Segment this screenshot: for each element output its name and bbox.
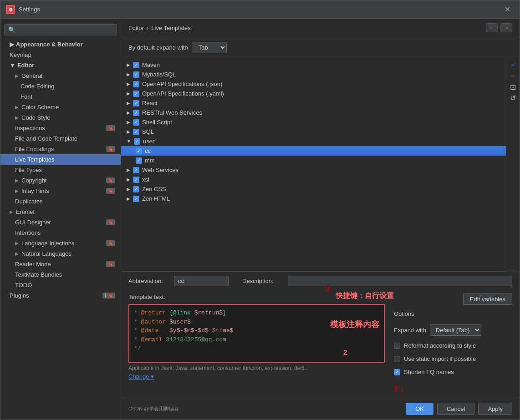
sql-checkbox[interactable]	[133, 129, 139, 135]
settings-window: ⚙ Settings ✕ 🔍 ▶ Appearance & Behavior K…	[0, 0, 520, 420]
sidebar-item-file-types[interactable]: File Types	[0, 165, 121, 175]
applicable-text: Applicable in Java; Java: statement, con…	[128, 365, 385, 371]
forward-button[interactable]: →	[500, 23, 512, 32]
toolbar-row: By default expand with Tab Space Enter	[121, 37, 520, 58]
expand-with-select[interactable]: Default (Tab) Tab Space Enter	[430, 324, 481, 336]
static-import-checkbox[interactable]	[394, 356, 400, 362]
sidebar-item-inspections[interactable]: Inspections 🔖	[0, 123, 121, 133]
cc-checkbox[interactable]	[136, 148, 142, 154]
expand-select[interactable]: Tab Space Enter	[193, 42, 227, 53]
sidebar-item-appearance[interactable]: ▶ Appearance & Behavior	[0, 39, 121, 50]
annotation-arrow-1: 快捷键：自行设置	[336, 291, 394, 301]
sidebar-item-editor[interactable]: ▼ Editor	[0, 60, 121, 71]
reformat-checkbox[interactable]	[394, 343, 400, 349]
search-input[interactable]	[18, 26, 113, 33]
group-web-services[interactable]: ▶ Web Services	[121, 165, 506, 175]
annotation-num-2: 2	[343, 348, 347, 359]
change-link[interactable]: Change ▾	[128, 373, 154, 380]
template-item-cc[interactable]: cc	[121, 146, 506, 156]
arrow-icon: ▶	[15, 251, 19, 256]
file-encodings-badge: 🔖	[106, 146, 115, 152]
sidebar-item-textmate[interactable]: TextMate Bundles	[0, 269, 121, 280]
group-user[interactable]: ▼ user	[121, 137, 506, 146]
sidebar-item-emmet[interactable]: ▶ Emmet	[0, 207, 121, 217]
annotation-tip: 快捷键：自行设置	[336, 291, 394, 301]
template-list-inner: ▶ Maven ▶ Mybatis/SQL ▶	[121, 58, 506, 205]
sidebar-item-natural-languages[interactable]: ▶ Natural Languages	[0, 248, 121, 259]
restful-checkbox[interactable]	[133, 110, 139, 116]
template-item-mm[interactable]: mm	[121, 156, 506, 165]
back-button[interactable]: ←	[486, 23, 498, 32]
annotation-content: 模板注释内容	[330, 319, 379, 331]
watermark: CSDN @学会用脚编程	[128, 405, 402, 412]
user-checkbox[interactable]	[134, 138, 140, 145]
reader-badge: 🔖	[106, 261, 115, 267]
group-sql[interactable]: ▶ SQL	[121, 127, 506, 137]
reset-button[interactable]: ↺	[508, 93, 518, 103]
arrow-icon: ▶	[15, 241, 19, 246]
zen-css-checkbox[interactable]	[133, 186, 139, 192]
sidebar-item-duplicates[interactable]: Duplicates	[0, 196, 121, 207]
annotation-num-3: 3	[394, 385, 398, 393]
static-import-row: Use static import if possible	[394, 355, 512, 362]
breadcrumb-current: Live Templates	[151, 25, 190, 31]
sidebar-item-live-templates[interactable]: Live Templates	[0, 154, 121, 165]
sidebar-item-reader-mode[interactable]: Reader Mode 🔖	[0, 259, 121, 269]
search-box[interactable]: 🔍	[4, 24, 117, 35]
sidebar-item-code-style[interactable]: ▶ Code Style	[0, 112, 121, 123]
openapi-json-checkbox[interactable]	[133, 81, 139, 87]
shell-checkbox[interactable]	[133, 119, 139, 126]
xsl-checkbox[interactable]	[133, 177, 139, 183]
group-mybatis[interactable]: ▶ Mybatis/SQL	[121, 70, 506, 79]
sidebar-item-font[interactable]: Font	[0, 91, 121, 102]
cancel-button[interactable]: Cancel	[437, 403, 474, 415]
sidebar-item-inlay-hints[interactable]: ▶ Inlay Hints 🔖	[0, 186, 121, 196]
sidebar-item-keymap[interactable]: Keymap	[0, 50, 121, 60]
web-services-checkbox[interactable]	[133, 167, 139, 173]
react-checkbox[interactable]	[133, 100, 139, 106]
sidebar-item-intentions[interactable]: Intentions	[0, 228, 121, 238]
sidebar-item-plugins[interactable]: Plugins 1 🔖	[0, 290, 121, 301]
copy-button[interactable]: ⊡	[508, 82, 518, 92]
group-restful[interactable]: ▶ RESTful Web Services	[121, 108, 506, 117]
template-code-area[interactable]: * @return {@link $retrun$} * @author $us…	[128, 304, 385, 363]
maven-checkbox[interactable]	[133, 62, 139, 68]
openapi-yaml-checkbox[interactable]	[133, 91, 139, 97]
group-openapi-json[interactable]: ▶ OpenAPI Specifications (.json)	[121, 79, 506, 89]
zen-html-checkbox[interactable]	[133, 196, 139, 202]
abbreviation-label: Abbreviation:	[128, 278, 169, 284]
sidebar-item-general[interactable]: ▶ General	[0, 71, 121, 81]
mybatis-checkbox[interactable]	[133, 71, 139, 78]
sidebar-item-language-injections[interactable]: ▶ Language Injections 🔖	[0, 238, 121, 248]
detail-panel: Abbreviation: Description: Template text…	[121, 272, 520, 398]
sidebar-item-code-editing[interactable]: Code Editing	[0, 81, 121, 91]
sidebar-item-file-encodings[interactable]: File Encodings 🔖	[0, 144, 121, 154]
group-maven[interactable]: ▶ Maven	[121, 60, 506, 70]
group-xsl[interactable]: ▶ xsl	[121, 175, 506, 184]
mm-checkbox[interactable]	[136, 157, 142, 164]
sidebar-item-todo[interactable]: TODO	[0, 280, 121, 290]
group-react[interactable]: ▶ React	[121, 98, 506, 108]
remove-button[interactable]: −	[508, 71, 518, 81]
description-input[interactable]	[288, 276, 512, 286]
arrow-icon: ▶	[127, 120, 130, 125]
code-line-1: * @return {@link $retrun$}	[134, 309, 379, 318]
app-icon: ⚙	[6, 5, 15, 14]
inlay-hints-badge: 🔖	[106, 188, 115, 194]
shorten-checkbox[interactable]	[394, 369, 400, 375]
abbreviation-input[interactable]	[174, 276, 229, 286]
apply-button[interactable]: Apply	[478, 403, 512, 415]
group-zen-css[interactable]: ▶ Zen CSS	[121, 184, 506, 194]
group-shell[interactable]: ▶ Shell Script	[121, 117, 506, 127]
ok-button[interactable]: OK	[406, 403, 433, 415]
sidebar-item-file-code-template[interactable]: File and Code Template	[0, 133, 121, 144]
group-zen-html[interactable]: ▶ Zen HTML	[121, 194, 506, 203]
edit-variables-button[interactable]: Edit variables	[463, 293, 512, 305]
close-button[interactable]: ✕	[501, 3, 514, 15]
breadcrumb: Editor › Live Templates ← →	[121, 19, 520, 37]
sidebar-item-color-scheme[interactable]: ▶ Color Scheme	[0, 102, 121, 112]
sidebar-item-gui-designer[interactable]: GUI Designer 🔖	[0, 217, 121, 228]
sidebar-item-copyright[interactable]: ▶ Copyright 🔖	[0, 175, 121, 186]
group-openapi-yaml[interactable]: ▶ OpenAPI Specifications (.yaml)	[121, 89, 506, 98]
add-button[interactable]: +	[508, 60, 518, 70]
